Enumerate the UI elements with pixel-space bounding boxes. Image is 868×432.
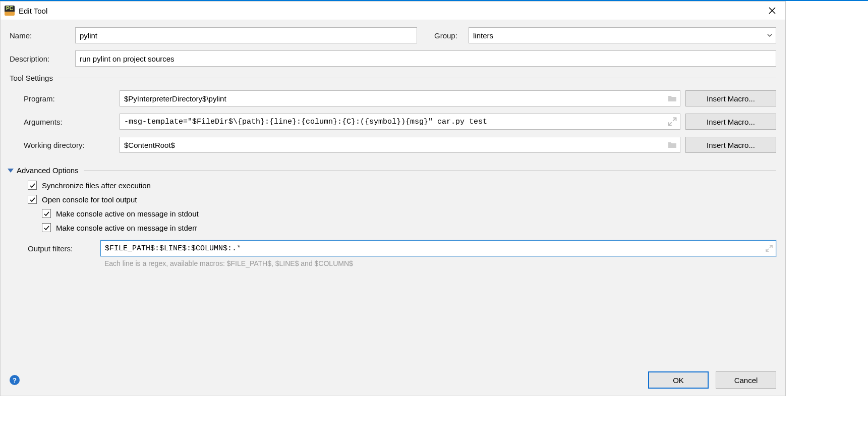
arguments-row: Arguments: Insert Macro... (24, 114, 776, 130)
advanced-options-toggle[interactable]: Advanced Options (10, 166, 776, 175)
program-label: Program: (24, 94, 114, 103)
divider (84, 170, 776, 171)
output-filters-row: Output filters: (28, 240, 776, 256)
stdout-label: Make console active on message in stdout (56, 209, 199, 218)
stderr-row: Make console active on message in stderr (28, 223, 776, 232)
folder-icon (667, 140, 677, 150)
expand-arguments-button[interactable] (667, 117, 677, 127)
open-console-checkbox[interactable] (28, 195, 37, 204)
group-value: linters (473, 31, 493, 40)
open-console-row: Open console for tool output (28, 195, 776, 204)
bottom-bar: ? OK Cancel (1, 366, 785, 396)
workdir-row: Working directory: Insert Macro... (24, 137, 776, 153)
sync-files-checkbox[interactable] (28, 181, 37, 190)
dialog-title: Edit Tool (19, 7, 47, 15)
folder-icon (667, 93, 677, 103)
expand-icon (667, 117, 677, 127)
output-filters-label: Output filters: (28, 244, 94, 253)
divider (58, 78, 776, 78)
ok-button[interactable]: OK (648, 371, 709, 389)
chevron-down-icon (767, 32, 773, 38)
insert-macro-workdir-button[interactable]: Insert Macro... (685, 137, 776, 153)
cancel-button[interactable]: Cancel (716, 371, 776, 389)
checkmark-icon (43, 225, 50, 231)
name-label: Name: (10, 31, 70, 40)
insert-macro-arguments-button[interactable]: Insert Macro... (685, 114, 776, 130)
name-input[interactable] (75, 27, 417, 43)
arguments-input[interactable] (120, 114, 680, 130)
sync-files-row: Synchronize files after execution (28, 181, 776, 190)
expand-output-filters-button[interactable] (765, 244, 773, 252)
sync-files-label: Synchronize files after execution (42, 181, 151, 190)
checkmark-icon (29, 182, 36, 189)
browse-program-button[interactable] (667, 93, 677, 103)
description-input[interactable] (75, 50, 776, 67)
checkmark-icon (29, 196, 36, 203)
description-row: Description: (10, 50, 776, 67)
edit-tool-dialog: PC Edit Tool Name: Group: linters Descri… (0, 1, 786, 396)
titlebar: PC Edit Tool (1, 2, 785, 20)
arguments-label: Arguments: (24, 118, 114, 126)
question-mark-icon: ? (13, 376, 17, 384)
close-button[interactable] (763, 4, 781, 18)
tool-settings-label: Tool Settings (10, 74, 53, 82)
expand-icon (765, 244, 773, 252)
group-label: Group: (434, 31, 464, 40)
program-input[interactable] (120, 90, 680, 106)
help-button[interactable]: ? (10, 375, 20, 385)
stderr-label: Make console active on message in stderr (56, 224, 197, 232)
tool-settings-header: Tool Settings (10, 74, 776, 82)
description-label: Description: (10, 55, 70, 63)
name-group-row: Name: Group: linters (10, 27, 776, 43)
open-console-label: Open console for tool output (42, 195, 137, 204)
checkmark-icon (43, 210, 50, 217)
browse-workdir-button[interactable] (667, 140, 677, 150)
stdout-row: Make console active on message in stdout (28, 209, 776, 218)
group-combo[interactable]: linters (469, 27, 776, 43)
stdout-checkbox[interactable] (42, 209, 51, 218)
workdir-input[interactable] (120, 137, 680, 153)
output-filters-hint: Each line is a regex, available macros: … (104, 259, 776, 267)
stderr-checkbox[interactable] (42, 223, 51, 232)
program-row: Program: Insert Macro... (24, 90, 776, 106)
output-filters-input[interactable] (100, 240, 776, 256)
workdir-label: Working directory: (24, 141, 114, 149)
pycharm-icon: PC (5, 6, 15, 16)
triangle-down-icon (8, 169, 14, 173)
close-icon (769, 7, 776, 14)
advanced-options-label: Advanced Options (17, 166, 79, 175)
insert-macro-program-button[interactable]: Insert Macro... (685, 90, 776, 106)
